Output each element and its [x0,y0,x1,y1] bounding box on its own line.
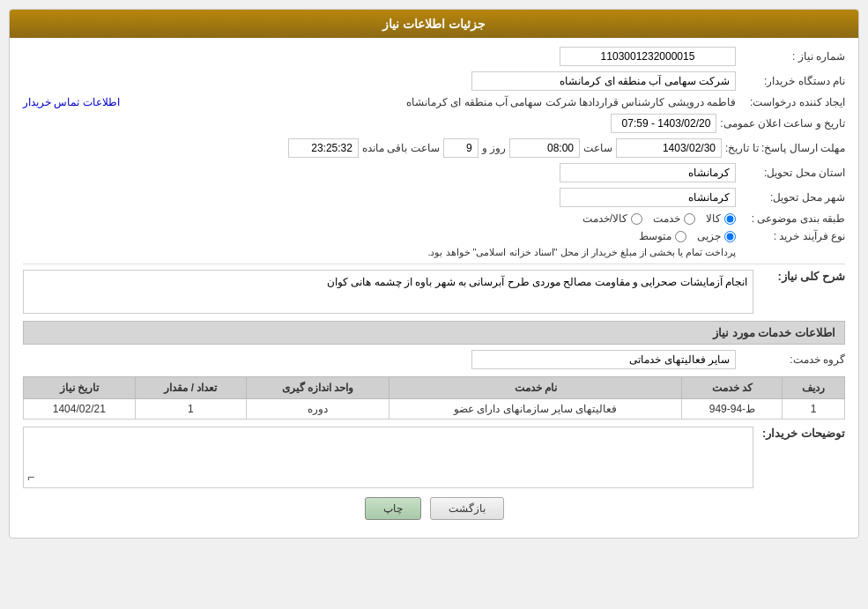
need-description-box: انجام آزمایشات صحرایی و مقاومت مصالح مور… [23,270,753,314]
col-row: ردیف [783,377,845,399]
cell-name: فعالیتهای سایر سازمانهای دارای عضو [389,399,682,420]
need-description-label: شرح کلی نیاز: [757,270,845,283]
need-number-input[interactable] [560,47,736,66]
purchase-type-label: نوع فرآیند خرید : [739,230,845,242]
cell-row: 1 [783,399,845,420]
response-day-label: روز و [482,142,506,154]
purchase-motavasset-radio[interactable] [675,231,686,242]
cell-code: ط-94-949 [682,399,783,420]
province-label: استان محل تحویل: [739,167,845,179]
resize-handle: ⌐ [27,470,34,484]
requester-value: فاطمه درویشی کارشناس قراردادها شرکت سهام… [134,96,736,108]
service-group-input[interactable] [471,350,736,369]
response-time-input[interactable] [509,138,580,158]
buyer-org-input[interactable] [471,71,736,91]
cell-unit: دوره [247,399,389,420]
category-khedmat-option[interactable]: خدمت [653,212,695,225]
category-kala-khedmat-option[interactable]: کالا/خدمت [582,212,642,225]
response-deadline-label: مهلت ارسال پاسخ: تا تاریخ: [725,142,845,154]
buyer-org-label: نام دستگاه خریدار: [739,75,845,87]
response-date-input[interactable] [616,138,722,158]
remaining-label: ساعت باقی مانده [362,142,440,154]
requester-label: ایجاد کننده درخواست: [739,96,845,108]
category-kala-khedmat-radio[interactable] [631,213,642,225]
announce-datetime-input[interactable] [611,114,716,133]
purchase-jazii-option[interactable]: جزیی [697,230,736,242]
purchase-note: پرداخت تمام یا بخشی از مبلغ خریدار از مح… [427,247,736,257]
table-row: 1 ط-94-949 فعالیتهای سایر سازمانهای دارا… [24,399,845,420]
service-group-label: گروه خدمت: [739,353,845,366]
col-unit: واحد اندازه گیری [247,377,389,399]
province-input[interactable] [560,163,736,182]
category-label: طبقه بندی موضوعی : [739,212,845,225]
requester-link[interactable]: اطلاعات تماس خریدار [23,96,120,108]
purchase-motavasset-option[interactable]: متوسط [639,230,686,242]
back-button[interactable]: بازگشت [430,497,504,520]
cell-qty: 1 [135,399,246,420]
category-khedmat-radio[interactable] [684,213,695,225]
buyer-notes-label: توضیحات خریدار: [757,427,845,440]
panel-title: جزئیات اطلاعات نیاز [10,10,858,38]
col-qty: تعداد / مقدار [135,377,246,399]
button-row: بازگشت چاپ [23,497,845,529]
response-time-label: ساعت [583,142,612,154]
city-label: شهر محل تحویل: [739,191,845,204]
category-kala-radio[interactable] [724,213,736,225]
remaining-time-input[interactable] [288,138,359,158]
col-name: نام خدمت [389,377,682,399]
cell-date: 1404/02/21 [24,399,136,420]
services-table-section: ردیف کد خدمت نام خدمت واحد اندازه گیری ت… [23,376,845,420]
need-description-text: انجام آزمایشات صحرایی و مقاومت مصالح مور… [327,276,747,288]
services-section-header: اطلاعات خدمات مورد نیاز [23,321,845,345]
print-button[interactable]: چاپ [365,497,421,520]
announce-label: تاریخ و ساعت اعلان عمومی: [720,117,845,130]
need-number-label: شماره نیاز : [739,50,845,63]
category-kala-option[interactable]: کالا [706,212,736,225]
purchase-jazii-radio[interactable] [724,231,736,242]
col-date: تاریخ نیاز [24,377,136,399]
city-input[interactable] [560,188,736,207]
services-table: ردیف کد خدمت نام خدمت واحد اندازه گیری ت… [23,376,845,420]
col-code: کد خدمت [682,377,783,399]
response-days-input[interactable] [443,138,479,158]
buyer-notes-box[interactable]: ⌐ [23,427,753,488]
